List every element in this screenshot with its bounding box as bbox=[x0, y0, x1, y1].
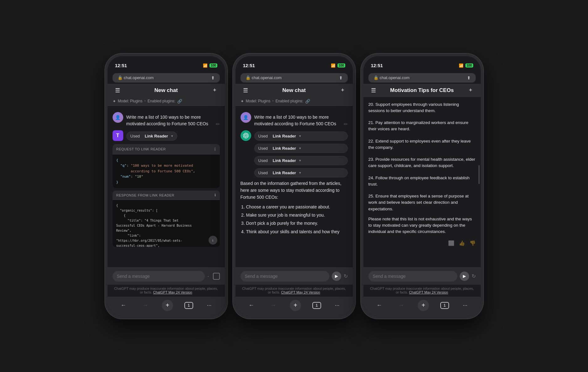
user-message-text-2: Write me a list of 100 ways to be more m… bbox=[254, 112, 341, 127]
thumbsdown-icon-3[interactable]: 👎 bbox=[469, 240, 476, 246]
chevron-icon-2d: ▾ bbox=[299, 171, 301, 175]
disclaimer-link-3[interactable]: ChatGPT May 24 Version bbox=[409, 290, 448, 294]
copy-icon-3[interactable]: ⬜ bbox=[448, 240, 454, 246]
add-tab-btn-2[interactable]: + bbox=[290, 300, 301, 311]
disclaimer-link-1[interactable]: ChatGPT May 24 Version bbox=[153, 290, 192, 294]
response-text-2: Based on the information gathered from t… bbox=[241, 180, 348, 235]
list-item-3-24: 24. Follow through on employee feedback … bbox=[368, 174, 476, 189]
disclaimer-1: ChatGPT may produce inaccurate informati… bbox=[108, 285, 225, 297]
url-bar-3[interactable]: 🔒 chat.openai.com ⬆ bbox=[368, 73, 476, 83]
add-tab-btn-1[interactable]: + bbox=[162, 300, 173, 311]
response-info-icon-1[interactable]: ℹ bbox=[215, 193, 216, 197]
forward-btn-1[interactable]: → bbox=[140, 301, 151, 310]
response-intro-2: Based on the information gathered from t… bbox=[241, 180, 348, 201]
url-bar-2[interactable]: 🔒 chat.openai.com ⬆ bbox=[241, 73, 348, 83]
request-header-1: REQUEST TO LINK READER ℹ bbox=[113, 144, 220, 154]
forward-btn-2[interactable]: → bbox=[268, 301, 278, 310]
dot-btn-1[interactable]: · bbox=[207, 272, 209, 280]
input-bar-3: ▶ ↻ bbox=[363, 267, 481, 285]
more-btn-2[interactable]: ··· bbox=[332, 301, 342, 310]
status-icons-3: 📶 100 bbox=[459, 63, 473, 68]
plugin-bar-2: ✦ Model: Plugins • Enabled plugins: 🔗 bbox=[236, 97, 353, 106]
used-tool-pill-2b[interactable]: Used Link Reader ▾ bbox=[254, 144, 348, 153]
new-chat-plus-icon-1[interactable]: + bbox=[210, 87, 220, 94]
lock-icon-2: 🔒 bbox=[246, 75, 251, 80]
list-item-3-25: 25. Ensure that employees feel a sense o… bbox=[368, 192, 476, 213]
refresh-btn-2[interactable]: ↻ bbox=[344, 273, 348, 279]
list-item-3-23: 23. Provide resources for mental health … bbox=[368, 155, 476, 170]
phone-notch-1 bbox=[146, 56, 186, 67]
disclaimer-3: ChatGPT may produce inaccurate informati… bbox=[363, 285, 481, 297]
plugin-bar-1: ✦ Model: Plugins • Enabled plugins: 🔗 bbox=[108, 97, 225, 106]
message-input-3[interactable] bbox=[368, 271, 457, 282]
share-icon-2[interactable]: ⬆ bbox=[339, 75, 343, 80]
user-message-2: 👤 Write me a list of 100 ways to be more… bbox=[241, 109, 348, 130]
more-btn-3[interactable]: ··· bbox=[460, 301, 470, 310]
new-chat-plus-icon-3[interactable]: + bbox=[466, 87, 476, 94]
thumbsup-icon-3[interactable]: 👍 bbox=[459, 240, 465, 246]
response-section-1: RESPONSE FROM LINK READER ℹ { "organic_r… bbox=[113, 191, 220, 247]
edit-icon-1[interactable]: ✏ bbox=[216, 121, 220, 127]
battery-badge-2: 100 bbox=[337, 63, 345, 67]
tabs-btn-3[interactable]: 1 bbox=[440, 302, 449, 309]
send-btn-2[interactable]: ▶ bbox=[332, 272, 341, 281]
chevron-icon-2c: ▾ bbox=[299, 159, 301, 163]
input-bar-1: · bbox=[108, 267, 225, 285]
url-text-2: 🔒 chat.openai.com bbox=[246, 75, 282, 80]
header-title-1: New chat bbox=[123, 87, 210, 94]
message-input-1[interactable] bbox=[113, 271, 205, 282]
more-btn-1[interactable]: ··· bbox=[204, 301, 214, 310]
used-tool-pill-2d[interactable]: Used Link Reader ▾ bbox=[254, 168, 348, 177]
url-bar-1[interactable]: 🔒 chat.openai.com ⬆ bbox=[113, 73, 220, 83]
used-label-1: Used bbox=[130, 134, 140, 138]
scroll-down-btn-1[interactable]: ↓ bbox=[209, 236, 217, 245]
chat-scroll-2[interactable]: 👤 Write me a list of 100 ways to be more… bbox=[236, 106, 353, 267]
phone-notch-3 bbox=[402, 56, 442, 67]
battery-badge-3: 100 bbox=[465, 63, 473, 67]
share-icon-3[interactable]: ⬆ bbox=[467, 75, 471, 80]
phone-3: 12:51 📶 100 🔒 chat.openai.com ⬆ ☰ Motiva… bbox=[361, 54, 483, 319]
battery-badge-1: 100 bbox=[209, 63, 217, 67]
used-tool-pill-2a[interactable]: Used Link Reader ▾ bbox=[254, 132, 348, 141]
disclaimer-link-2[interactable]: ChatGPT May 24 Version bbox=[281, 290, 320, 294]
plugin-icon-1: ✦ bbox=[113, 99, 116, 104]
back-btn-2[interactable]: ← bbox=[246, 301, 257, 310]
used-tool-pill-2c[interactable]: Used Link Reader ▾ bbox=[254, 156, 348, 165]
forward-btn-3[interactable]: → bbox=[396, 301, 406, 310]
openai-avatar-2 bbox=[241, 130, 251, 141]
browser-nav-2: ← → + 1 ··· bbox=[236, 297, 353, 316]
refresh-btn-3[interactable]: ↻ bbox=[472, 273, 476, 279]
note-text-3: Please note that this list is not exhaus… bbox=[368, 213, 476, 235]
message-input-2[interactable] bbox=[241, 271, 329, 282]
tabs-btn-1[interactable]: 1 bbox=[184, 302, 193, 309]
new-chat-plus-icon-2[interactable]: + bbox=[338, 87, 348, 94]
plugin-label-1: Enabled plugins: bbox=[147, 99, 175, 103]
used-tool-pill-1[interactable]: Used Link Reader ▾ bbox=[126, 132, 177, 141]
wifi-icon-2: 📶 bbox=[331, 63, 336, 68]
browser-nav-3: ← → + 1 ··· bbox=[363, 297, 481, 316]
hamburger-icon-1[interactable]: ☰ bbox=[113, 87, 123, 94]
url-text-1: 🔒 chat.openai.com bbox=[118, 75, 154, 80]
back-btn-3[interactable]: ← bbox=[374, 301, 384, 310]
square-btn-1[interactable] bbox=[213, 273, 220, 280]
plugin-emoji-2: 🔗 bbox=[305, 99, 310, 104]
chat-scroll-1[interactable]: 👤 Write me a list of 100 ways to be more… bbox=[108, 106, 225, 267]
back-btn-1[interactable]: ← bbox=[118, 301, 129, 310]
list-item-2-2: Make sure your job is meaningful to you. bbox=[246, 212, 348, 218]
request-code-1: { "q": "100 ways to be more motivated ac… bbox=[113, 154, 220, 188]
list-item-3-20: 20. Support employees through various li… bbox=[368, 100, 476, 116]
tabs-btn-2[interactable]: 1 bbox=[312, 302, 321, 309]
motivation-list-3: 20. Support employees through various li… bbox=[368, 100, 476, 213]
list-item-3-22: 22. Extend support to employees even aft… bbox=[368, 137, 476, 152]
hamburger-icon-3[interactable]: ☰ bbox=[368, 87, 379, 94]
hamburger-icon-2[interactable]: ☰ bbox=[241, 87, 251, 94]
send-btn-3[interactable]: ▶ bbox=[460, 272, 469, 281]
share-icon-1[interactable]: ⬆ bbox=[211, 75, 215, 80]
user-avatar-2: 👤 bbox=[241, 112, 251, 123]
app-header-2: ☰ New chat + bbox=[236, 84, 353, 97]
add-tab-btn-3[interactable]: + bbox=[418, 300, 429, 311]
request-info-icon-1[interactable]: ℹ bbox=[214, 147, 216, 152]
scroll-indicator-3 bbox=[479, 165, 479, 184]
edit-icon-2[interactable]: ✏ bbox=[344, 121, 348, 127]
chat-scroll-3[interactable]: 20. Support employees through various li… bbox=[363, 97, 481, 267]
